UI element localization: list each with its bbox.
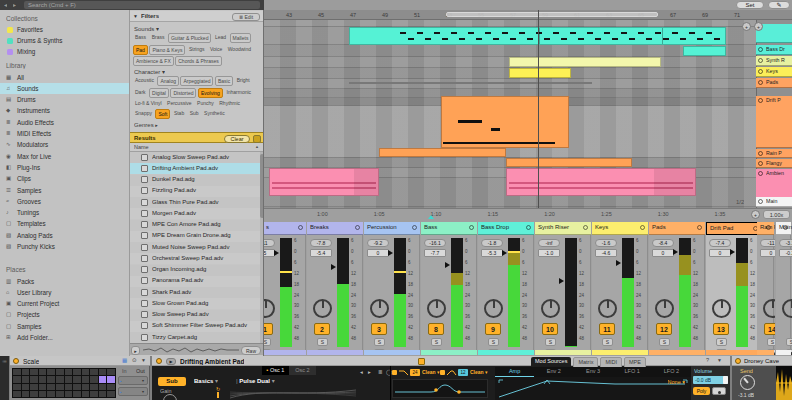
browser-result-row[interactable]: Orchestral Sweep Pad.adv — [130, 253, 260, 264]
scale-pad[interactable] — [82, 391, 90, 397]
tab-osc-1[interactable]: ▪ Osc 1 — [262, 366, 289, 375]
pan-knob[interactable] — [763, 299, 775, 318]
prev-shape-icon[interactable]: ◂ — [360, 369, 363, 375]
fader-handle[interactable] — [445, 262, 450, 268]
filter-tag[interactable]: Guitar & Plucked — [168, 33, 212, 43]
scale-pad[interactable] — [30, 376, 38, 382]
solo-button[interactable]: S — [716, 338, 727, 346]
track-header-flangy[interactable]: Flangy — [756, 159, 792, 168]
search-input[interactable]: Search (Cmd + F) — [24, 1, 260, 9]
scale-pad[interactable] — [30, 384, 38, 390]
scale-pad[interactable] — [73, 391, 81, 397]
fader-value-box[interactable]: -1.0 — [538, 249, 560, 257]
scale-pad[interactable] — [73, 369, 81, 375]
scale-header[interactable]: Scale ▦ ⊙ ▼ — [10, 356, 150, 366]
voice-count-box[interactable] — [712, 387, 726, 395]
solo-button[interactable]: S — [317, 338, 328, 346]
fold-icon[interactable] — [697, 225, 702, 230]
tab-midi[interactable]: MIDI — [600, 357, 622, 368]
solo-button[interactable]: S — [767, 338, 775, 346]
filter-tag[interactable]: Sub — [188, 109, 201, 117]
pan-knob[interactable] — [370, 299, 389, 318]
filter-tag[interactable]: Rhythmic — [217, 99, 242, 107]
track-monitor-icon[interactable] — [758, 161, 763, 166]
fold-icon[interactable] — [583, 225, 588, 230]
send-knob[interactable] — [740, 375, 755, 390]
fold-icon[interactable] — [640, 225, 645, 230]
level-meter[interactable] — [565, 238, 577, 347]
level-meter[interactable] — [679, 238, 691, 347]
browser-result-row[interactable]: Glass Thin Pure Pad.adv — [130, 197, 260, 208]
filters-collapse-icon[interactable]: ▼ — [133, 13, 138, 19]
fader-handle[interactable] — [274, 250, 279, 256]
pan-knob[interactable] — [655, 299, 674, 318]
level-meter[interactable] — [622, 238, 634, 347]
scale-pad[interactable] — [47, 384, 55, 390]
track-monitor-icon[interactable] — [758, 80, 763, 85]
filter-section-label-sounds[interactable]: Sounds ▾ — [134, 25, 159, 32]
scale-pad[interactable] — [107, 369, 115, 375]
scale-pad[interactable] — [56, 369, 64, 375]
device-on-toggle[interactable] — [13, 358, 19, 364]
preview-play-button[interactable]: ▸ — [131, 346, 140, 355]
filter-toggle[interactable] — [392, 370, 397, 375]
scale-pad[interactable] — [30, 391, 38, 397]
filter-tag[interactable]: Digital — [149, 88, 169, 98]
browser-result-row[interactable]: Dunkel Pad.adg — [130, 175, 260, 186]
browser-result-row[interactable]: Drifting Ambient Pad.adv — [130, 163, 260, 174]
places-item-samples[interactable]: ▢Samples — [0, 321, 129, 332]
level-meter[interactable] — [736, 238, 748, 347]
filter-slope-badge[interactable]: 12 — [458, 369, 468, 376]
browser-result-row[interactable]: Soft Shimmer Filter Sweep Pad.adv — [130, 321, 260, 332]
scale-pad[interactable] — [90, 391, 98, 397]
tab-amp[interactable]: Amp — [495, 367, 534, 377]
pan-knob[interactable] — [782, 299, 792, 318]
strip-name-header[interactable]: Keys — [592, 222, 648, 235]
save-preset-icon[interactable]: ▼ — [141, 357, 146, 363]
drift-header[interactable]: ▶ Drifting Ambient Pad Mod SourcesMatrix… — [152, 356, 730, 366]
clip[interactable] — [349, 82, 592, 84]
tab-lfo-1[interactable]: LFO 1 — [613, 367, 652, 377]
strip-name-header[interactable]: Rain P — [757, 222, 774, 235]
nav-back-icon[interactable]: ◂ — [4, 1, 7, 8]
tab-matrix[interactable]: Matrix — [573, 357, 598, 368]
set-button[interactable]: Set — [736, 1, 764, 9]
filter-tag[interactable]: Distorted — [170, 88, 196, 98]
scale-pad[interactable] — [99, 369, 107, 375]
tab-osc-2[interactable]: Osc 2 — [289, 366, 316, 375]
fader-handle[interactable] — [388, 250, 393, 256]
track-activator[interactable]: 10 — [542, 323, 558, 335]
collection-drums-synths[interactable]: Drums & Synths — [0, 35, 129, 46]
filter-tag[interactable]: Mallets — [230, 33, 252, 43]
edit-filters-button[interactable]: ≣ Edit — [232, 13, 260, 21]
peak-value-box[interactable]: -9.2 — [367, 239, 389, 247]
tab-env-2[interactable]: Env 2 — [534, 367, 573, 377]
mod-source-select[interactable]: None ▾ — [668, 379, 685, 385]
scale-pad[interactable] — [73, 376, 81, 382]
pan-knob[interactable] — [484, 299, 503, 318]
fold-icon[interactable] — [469, 225, 474, 230]
scale-pad[interactable] — [90, 376, 98, 382]
filter-mode-select[interactable]: Clean ▾ — [422, 369, 440, 375]
collection-favorites[interactable]: Favorites — [0, 24, 129, 35]
device-on-toggle[interactable] — [735, 358, 741, 364]
filter-tag[interactable]: Analog — [157, 76, 179, 86]
zoom-level-box[interactable]: 1.00x — [763, 210, 790, 219]
track-header-main[interactable]: Main — [756, 197, 792, 207]
filter-tag[interactable]: Bass — [133, 33, 148, 41]
next-shape-icon[interactable]: ▸ — [368, 369, 371, 375]
filter-tag[interactable]: Chords & Phrases — [175, 56, 222, 66]
browser-result-row[interactable]: Panorama Pad.adv — [130, 276, 260, 287]
strip-name-header[interactable]: Main — [776, 222, 791, 235]
peak-value-box[interactable]: -7.4 — [709, 239, 731, 247]
scale-pad[interactable] — [56, 376, 64, 382]
browser-result-row[interactable]: Slow Sweep Pad.adv — [130, 310, 260, 321]
scale-pad[interactable] — [82, 384, 90, 390]
scale-pad[interactable] — [82, 376, 90, 382]
places-item-projects[interactable]: ▢Projects — [0, 310, 129, 321]
strip-name-header[interactable]: Percussion — [364, 222, 420, 235]
track-activator[interactable]: 13 — [713, 323, 729, 335]
scale-pad[interactable] — [13, 369, 21, 375]
filter-tag[interactable]: Pad — [133, 45, 148, 55]
clip[interactable] — [506, 158, 632, 167]
